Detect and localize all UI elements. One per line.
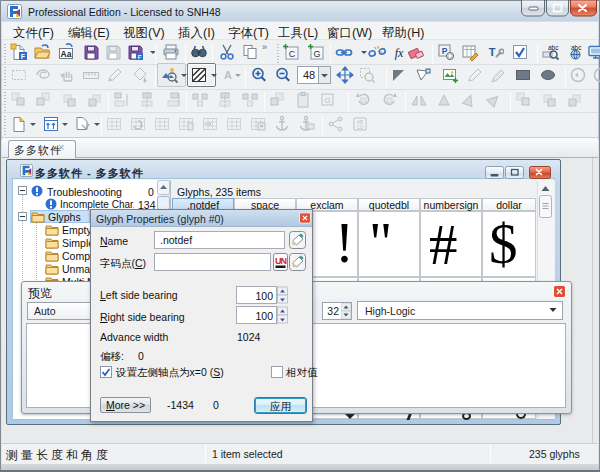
svg-text:fx: fx: [395, 46, 404, 60]
svg-text:F: F: [21, 53, 26, 60]
svg-text:T: T: [489, 46, 496, 58]
svg-text:Aa: Aa: [61, 49, 72, 59]
svg-text:CD: CD: [356, 124, 364, 130]
svg-text:G: G: [324, 96, 330, 105]
svg-text:G: G: [313, 49, 320, 59]
svg-text:F: F: [138, 54, 142, 60]
svg-text:C: C: [289, 49, 296, 59]
svg-text:UN: UN: [275, 256, 286, 266]
svg-text:abc: abc: [548, 44, 559, 51]
